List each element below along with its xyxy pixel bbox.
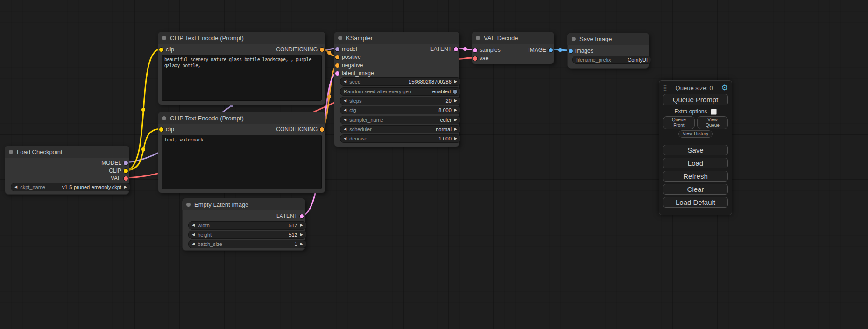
- node-title-bar[interactable]: CLIP Text Encode (Prompt): [158, 32, 325, 44]
- load-default-button[interactable]: Load Default: [663, 197, 728, 208]
- increment-arrow-icon[interactable]: [454, 97, 457, 105]
- input-slot-images: images: [568, 48, 649, 55]
- output-slot-latent: LATENT: [334, 46, 459, 53]
- node-title-bar[interactable]: Save Image: [567, 33, 649, 45]
- queue-front-button[interactable]: Queue Front: [663, 116, 695, 129]
- widget-name: ckpt_name: [20, 184, 45, 190]
- negative-input-port[interactable]: [335, 63, 339, 68]
- latent-image-input-port[interactable]: [335, 71, 339, 76]
- settings-gear-icon[interactable]: [721, 84, 728, 91]
- widget-value: 1: [222, 241, 297, 247]
- decrement-arrow-icon[interactable]: [344, 97, 346, 105]
- slot-label: images: [575, 48, 593, 54]
- negative-prompt-textarea[interactable]: text, watermark: [162, 135, 322, 189]
- load-button[interactable]: Load: [663, 158, 728, 168]
- images-input-port[interactable]: [569, 49, 573, 53]
- toggle-state-dot[interactable]: [453, 90, 457, 94]
- node-clip-text-encode-negative[interactable]: CLIP Text Encode (Prompt) clip CONDITION…: [158, 112, 325, 193]
- node-load-checkpoint[interactable]: Load Checkpoint MODEL CLIP VAE ckpt_name…: [5, 146, 129, 195]
- widget-value: normal: [372, 126, 452, 132]
- increment-arrow-icon[interactable]: [300, 222, 303, 229]
- refresh-button[interactable]: Refresh: [663, 171, 728, 182]
- node-title-bar[interactable]: Load Checkpoint: [5, 146, 129, 158]
- widget-height[interactable]: height 512: [188, 231, 307, 239]
- node-title-bar[interactable]: KSampler: [334, 32, 459, 44]
- increment-arrow-icon[interactable]: [124, 183, 127, 191]
- decrement-arrow-icon[interactable]: [344, 106, 346, 114]
- widget-filename-prefix[interactable]: filename_prefix ComfyUI: [572, 56, 651, 64]
- menu-spacer: [663, 139, 728, 142]
- graph-canvas[interactable]: Load Checkpoint MODEL CLIP VAE ckpt_name…: [0, 0, 868, 329]
- widget-width[interactable]: width 512: [188, 221, 307, 230]
- decrement-arrow-icon[interactable]: [344, 78, 346, 85]
- model-output-port[interactable]: [124, 161, 128, 165]
- vae-output-port[interactable]: [124, 176, 128, 181]
- widget-scheduler[interactable]: scheduler normal: [340, 125, 461, 133]
- decrement-arrow-icon[interactable]: [344, 126, 346, 133]
- latent-output-port[interactable]: [454, 47, 458, 51]
- input-slot-positive: positive: [334, 54, 459, 61]
- image-output-port[interactable]: [549, 48, 553, 52]
- conditioning-output-port[interactable]: [320, 48, 324, 52]
- node-status-dot[interactable]: [9, 150, 13, 154]
- decrement-arrow-icon[interactable]: [344, 116, 346, 124]
- widget-batch-size[interactable]: batch_size 1: [188, 240, 307, 248]
- node-status-dot[interactable]: [572, 37, 576, 41]
- positive-prompt-textarea[interactable]: beautiful scenery nature glass bottle la…: [162, 55, 322, 101]
- decrement-arrow-icon[interactable]: [192, 231, 195, 238]
- node-title-bar[interactable]: CLIP Text Encode (Prompt): [158, 112, 325, 124]
- save-button[interactable]: Save: [663, 145, 728, 155]
- node-vae-decode[interactable]: VAE Decode samples vae IMAGE: [472, 32, 554, 64]
- widget-denoise[interactable]: denoise 1.000: [340, 134, 461, 143]
- decrement-arrow-icon[interactable]: [192, 240, 195, 248]
- extra-options-label: Extra options: [674, 108, 707, 115]
- increment-arrow-icon[interactable]: [454, 116, 457, 124]
- widget-seed[interactable]: seed 156680208700286: [340, 77, 461, 86]
- node-clip-text-encode-positive[interactable]: CLIP Text Encode (Prompt) clip CONDITION…: [158, 32, 325, 105]
- positive-input-port[interactable]: [335, 55, 339, 59]
- widget-value: euler: [383, 117, 452, 123]
- widget-steps[interactable]: steps 20: [340, 97, 461, 105]
- node-status-dot[interactable]: [476, 36, 480, 40]
- clear-button[interactable]: Clear: [663, 184, 728, 195]
- decrement-arrow-icon[interactable]: [192, 222, 195, 229]
- widget-name: height: [198, 232, 212, 238]
- node-title-bar[interactable]: VAE Decode: [472, 32, 554, 44]
- node-status-dot[interactable]: [162, 116, 166, 120]
- input-slot-latent-image: latent_image: [334, 70, 459, 77]
- increment-arrow-icon[interactable]: [454, 135, 457, 142]
- widget-cfg[interactable]: cfg 8.000: [340, 106, 461, 114]
- node-title-bar[interactable]: Empty Latent Image: [182, 198, 305, 210]
- node-status-dot[interactable]: [162, 36, 166, 40]
- node-save-image[interactable]: Save Image images filename_prefix ComfyU…: [567, 33, 649, 69]
- node-status-dot[interactable]: [186, 203, 191, 207]
- conditioning-output-port[interactable]: [320, 127, 324, 132]
- increment-arrow-icon[interactable]: [454, 126, 457, 133]
- slot-label: positive: [342, 54, 361, 60]
- link-midpoint-dot: [463, 47, 467, 51]
- clip-output-port[interactable]: [124, 169, 128, 173]
- menu-drag-handle-icon[interactable]: [663, 84, 667, 91]
- vae-input-port[interactable]: [473, 56, 477, 61]
- increment-arrow-icon[interactable]: [454, 78, 457, 85]
- slot-label: negative: [342, 62, 363, 69]
- widget-ckpt-name[interactable]: ckpt_name v1-5-pruned-emaonly.ckpt: [11, 183, 131, 191]
- queue-prompt-button[interactable]: Queue Prompt: [663, 94, 728, 105]
- decrement-arrow-icon[interactable]: [14, 183, 17, 191]
- increment-arrow-icon[interactable]: [300, 231, 303, 238]
- view-history-button[interactable]: View History: [678, 130, 713, 138]
- extra-options-checkbox[interactable]: [711, 109, 717, 115]
- output-slot-latent: LATENT: [183, 213, 305, 220]
- widget-random-seed-toggle[interactable]: Random seed after every gen enabled: [340, 87, 461, 96]
- view-queue-button[interactable]: View Queue: [697, 116, 728, 129]
- node-title: VAE Decode: [484, 35, 518, 42]
- increment-arrow-icon[interactable]: [454, 106, 457, 114]
- queue-size-label: Queue size: 0: [676, 84, 713, 91]
- increment-arrow-icon[interactable]: [300, 240, 303, 248]
- node-status-dot[interactable]: [338, 36, 342, 40]
- latent-output-port[interactable]: [300, 214, 304, 218]
- node-empty-latent-image[interactable]: Empty Latent Image LATENT width 512 heig…: [182, 198, 305, 251]
- widget-sampler-name[interactable]: sampler_name euler: [340, 116, 461, 124]
- node-ksampler[interactable]: KSampler model positive negative latent_…: [334, 32, 459, 147]
- decrement-arrow-icon[interactable]: [344, 135, 346, 142]
